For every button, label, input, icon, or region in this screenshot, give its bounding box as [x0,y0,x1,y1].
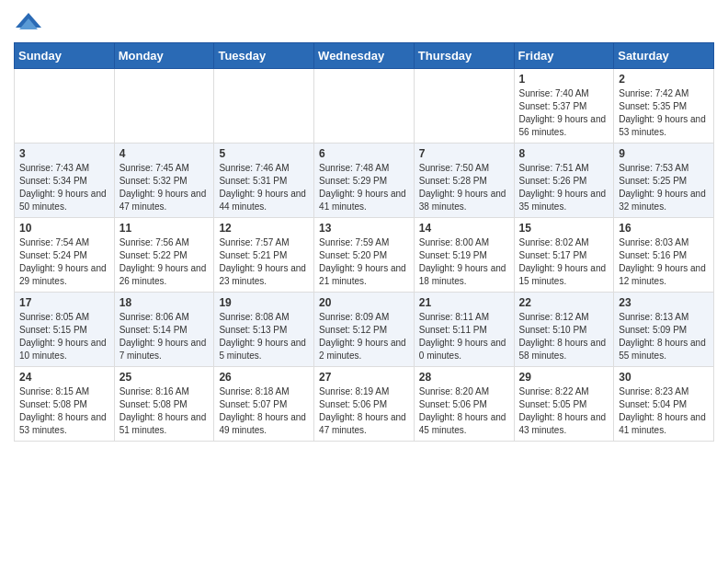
weekday-header-sunday: Sunday [15,43,115,69]
calendar-cell: 18Sunrise: 8:06 AM Sunset: 5:14 PM Dayli… [114,293,214,367]
day-number: 17 [19,296,109,309]
logo [14,9,41,35]
day-number: 11 [119,222,210,235]
day-number: 10 [19,222,109,235]
day-number: 6 [319,147,409,160]
day-number: 28 [419,371,509,384]
calendar-cell: 17Sunrise: 8:05 AM Sunset: 5:15 PM Dayli… [15,293,115,367]
calendar-cell: 26Sunrise: 8:18 AM Sunset: 5:07 PM Dayli… [214,367,314,442]
weekday-header-monday: Monday [114,43,214,69]
weekday-header-saturday: Saturday [614,43,714,69]
calendar-cell: 11Sunrise: 7:56 AM Sunset: 5:22 PM Dayli… [114,218,214,293]
calendar-table: SundayMondayTuesdayWednesdayThursdayFrid… [14,42,714,442]
calendar-cell: 20Sunrise: 8:09 AM Sunset: 5:12 PM Dayli… [314,293,415,367]
calendar-cell: 19Sunrise: 8:08 AM Sunset: 5:13 PM Dayli… [214,293,314,367]
day-info: Sunrise: 7:43 AM Sunset: 5:34 PM Dayligh… [19,162,109,213]
calendar-cell: 8Sunrise: 7:51 AM Sunset: 5:26 PM Daylig… [514,144,614,218]
calendar-cell: 4Sunrise: 7:45 AM Sunset: 5:32 PM Daylig… [114,144,214,218]
day-number: 2 [619,73,709,86]
day-info: Sunrise: 7:59 AM Sunset: 5:20 PM Dayligh… [319,236,409,288]
day-number: 23 [619,296,709,309]
day-number: 8 [519,147,609,160]
day-info: Sunrise: 8:06 AM Sunset: 5:14 PM Dayligh… [119,311,210,362]
day-number: 3 [19,147,109,160]
day-info: Sunrise: 7:40 AM Sunset: 5:37 PM Dayligh… [519,87,609,139]
day-info: Sunrise: 7:54 AM Sunset: 5:24 PM Dayligh… [19,236,109,288]
day-info: Sunrise: 8:11 AM Sunset: 5:11 PM Dayligh… [419,311,509,362]
day-info: Sunrise: 7:53 AM Sunset: 5:25 PM Dayligh… [619,162,709,213]
header [14,9,714,35]
day-number: 29 [519,371,609,384]
day-number: 26 [219,371,309,384]
day-info: Sunrise: 8:20 AM Sunset: 5:06 PM Dayligh… [419,385,509,437]
week-row-3: 17Sunrise: 8:05 AM Sunset: 5:15 PM Dayli… [15,293,714,367]
weekday-header-row: SundayMondayTuesdayWednesdayThursdayFrid… [15,43,714,69]
calendar-cell: 3Sunrise: 7:43 AM Sunset: 5:34 PM Daylig… [15,144,115,218]
calendar-cell: 16Sunrise: 8:03 AM Sunset: 5:16 PM Dayli… [614,218,714,293]
day-info: Sunrise: 8:22 AM Sunset: 5:05 PM Dayligh… [519,385,609,437]
day-number: 12 [219,222,309,235]
day-number: 22 [519,296,609,309]
day-number: 9 [619,147,709,160]
day-number: 30 [619,371,709,384]
day-number: 25 [119,371,210,384]
calendar-cell: 25Sunrise: 8:16 AM Sunset: 5:08 PM Dayli… [114,367,214,442]
weekday-header-wednesday: Wednesday [314,43,415,69]
page: SundayMondayTuesdayWednesdayThursdayFrid… [0,0,728,455]
day-info: Sunrise: 8:03 AM Sunset: 5:16 PM Dayligh… [619,236,709,288]
calendar-cell: 28Sunrise: 8:20 AM Sunset: 5:06 PM Dayli… [414,367,514,442]
calendar-cell [314,69,415,144]
day-info: Sunrise: 8:02 AM Sunset: 5:17 PM Dayligh… [519,236,609,288]
day-info: Sunrise: 8:05 AM Sunset: 5:15 PM Dayligh… [19,311,109,362]
day-number: 7 [419,147,509,160]
calendar-cell: 2Sunrise: 7:42 AM Sunset: 5:35 PM Daylig… [614,69,714,144]
week-row-4: 24Sunrise: 8:15 AM Sunset: 5:08 PM Dayli… [15,367,714,442]
day-number: 15 [519,222,609,235]
weekday-header-friday: Friday [514,43,614,69]
calendar-cell: 21Sunrise: 8:11 AM Sunset: 5:11 PM Dayli… [414,293,514,367]
day-info: Sunrise: 8:12 AM Sunset: 5:10 PM Dayligh… [519,311,609,362]
calendar-cell: 6Sunrise: 7:48 AM Sunset: 5:29 PM Daylig… [314,144,415,218]
day-number: 18 [119,296,210,309]
calendar-cell: 1Sunrise: 7:40 AM Sunset: 5:37 PM Daylig… [514,69,614,144]
calendar-cell: 27Sunrise: 8:19 AM Sunset: 5:06 PM Dayli… [314,367,415,442]
weekday-header-tuesday: Tuesday [214,43,314,69]
day-number: 1 [519,73,609,86]
calendar-cell: 13Sunrise: 7:59 AM Sunset: 5:20 PM Dayli… [314,218,415,293]
calendar-cell: 29Sunrise: 8:22 AM Sunset: 5:05 PM Dayli… [514,367,614,442]
day-number: 21 [419,296,509,309]
day-info: Sunrise: 8:16 AM Sunset: 5:08 PM Dayligh… [119,385,210,437]
calendar-cell: 30Sunrise: 8:23 AM Sunset: 5:04 PM Dayli… [614,367,714,442]
day-info: Sunrise: 7:42 AM Sunset: 5:35 PM Dayligh… [619,87,709,139]
week-row-1: 3Sunrise: 7:43 AM Sunset: 5:34 PM Daylig… [15,144,714,218]
calendar-cell: 24Sunrise: 8:15 AM Sunset: 5:08 PM Dayli… [15,367,115,442]
day-info: Sunrise: 7:45 AM Sunset: 5:32 PM Dayligh… [119,162,210,213]
day-number: 5 [219,147,309,160]
day-number: 19 [219,296,309,309]
day-number: 24 [19,371,109,384]
day-number: 20 [319,296,409,309]
day-number: 27 [319,371,409,384]
day-number: 16 [619,222,709,235]
calendar-cell [214,69,314,144]
calendar-cell: 9Sunrise: 7:53 AM Sunset: 5:25 PM Daylig… [614,144,714,218]
day-info: Sunrise: 7:56 AM Sunset: 5:22 PM Dayligh… [119,236,210,288]
week-row-2: 10Sunrise: 7:54 AM Sunset: 5:24 PM Dayli… [15,218,714,293]
calendar-cell [15,69,115,144]
calendar-cell: 7Sunrise: 7:50 AM Sunset: 5:28 PM Daylig… [414,144,514,218]
calendar-cell: 12Sunrise: 7:57 AM Sunset: 5:21 PM Dayli… [214,218,314,293]
calendar-cell: 22Sunrise: 8:12 AM Sunset: 5:10 PM Dayli… [514,293,614,367]
calendar-cell [414,69,514,144]
day-number: 4 [119,147,210,160]
calendar-cell: 14Sunrise: 8:00 AM Sunset: 5:19 PM Dayli… [414,218,514,293]
day-info: Sunrise: 7:51 AM Sunset: 5:26 PM Dayligh… [519,162,609,213]
day-info: Sunrise: 7:50 AM Sunset: 5:28 PM Dayligh… [419,162,509,213]
day-info: Sunrise: 7:57 AM Sunset: 5:21 PM Dayligh… [219,236,309,288]
day-info: Sunrise: 8:19 AM Sunset: 5:06 PM Dayligh… [319,385,409,437]
calendar-cell: 5Sunrise: 7:46 AM Sunset: 5:31 PM Daylig… [214,144,314,218]
week-row-0: 1Sunrise: 7:40 AM Sunset: 5:37 PM Daylig… [15,69,714,144]
calendar-cell [114,69,214,144]
calendar-cell: 23Sunrise: 8:13 AM Sunset: 5:09 PM Dayli… [614,293,714,367]
day-info: Sunrise: 8:00 AM Sunset: 5:19 PM Dayligh… [419,236,509,288]
day-info: Sunrise: 8:08 AM Sunset: 5:13 PM Dayligh… [219,311,309,362]
